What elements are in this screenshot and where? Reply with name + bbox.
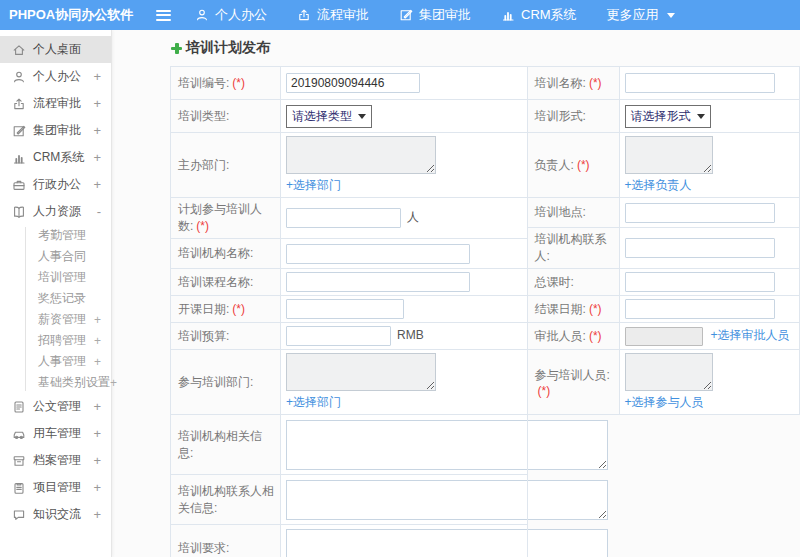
sidebar-item-human-resources[interactable]: 人力资源- bbox=[0, 198, 111, 225]
sidebar-item-vehicle-mgmt[interactable]: 用车管理+ bbox=[0, 420, 111, 447]
sidebar-item-salary-mgmt[interactable]: 薪资管理+ bbox=[0, 309, 111, 330]
sidebar-subitem-label: 考勤管理 bbox=[38, 227, 86, 244]
training-requirements-textarea[interactable] bbox=[286, 529, 608, 557]
field-label-text: 审批人员: bbox=[535, 329, 586, 343]
field-suffix: RMB bbox=[397, 328, 424, 342]
sidebar-item-recruit-mgmt[interactable]: 招聘管理+ bbox=[0, 330, 111, 351]
field-cell-training-form: 请选择形式 bbox=[619, 100, 799, 133]
org-info-textarea[interactable] bbox=[286, 420, 608, 470]
field-cell-org-contact-info bbox=[281, 475, 528, 525]
hamburger-menu-icon[interactable] bbox=[156, 7, 171, 23]
sidebar-item-personal-desktop[interactable]: 个人桌面 bbox=[0, 36, 111, 63]
field-label-training-number: 培训编号:(*) bbox=[171, 67, 281, 100]
nav-item-personal-office[interactable]: 个人办公 bbox=[195, 6, 267, 24]
chart-icon bbox=[501, 8, 515, 22]
end-date-input[interactable] bbox=[625, 299, 775, 319]
planned-participants-input[interactable] bbox=[286, 208, 401, 228]
form-row-org-name: 培训机构名称: bbox=[171, 239, 528, 269]
expand-icon[interactable]: + bbox=[93, 453, 101, 468]
field-cell-host-department: +选择部门 bbox=[281, 133, 528, 198]
org-name-input[interactable] bbox=[286, 244, 470, 264]
start-date-input[interactable] bbox=[286, 299, 404, 319]
nav-item-crm-system[interactable]: CRM系统 bbox=[501, 6, 577, 24]
org-contact-info-textarea[interactable] bbox=[286, 480, 608, 520]
sidebar-item-personnel-mgmt[interactable]: 人事管理+ bbox=[0, 351, 111, 372]
budget-input[interactable] bbox=[286, 326, 391, 346]
field-label-text: 总课时: bbox=[535, 275, 574, 289]
sidebar-item-group-approval[interactable]: 集团审批+ bbox=[0, 117, 111, 144]
form-row-training-number: 培训编号:(*) bbox=[171, 67, 528, 100]
expand-icon[interactable]: + bbox=[93, 507, 101, 522]
org-contact-input[interactable] bbox=[625, 238, 775, 258]
host-department-textarea[interactable] bbox=[286, 136, 436, 174]
field-cell-leader: +选择负责人 bbox=[619, 133, 799, 198]
field-label-total-hours: 总课时: bbox=[527, 269, 619, 296]
approvers-input[interactable] bbox=[625, 327, 703, 346]
sidebar-item-archive-mgmt[interactable]: 档案管理+ bbox=[0, 447, 111, 474]
field-label-text: 培训地点: bbox=[535, 205, 586, 219]
expand-icon[interactable]: + bbox=[94, 334, 101, 348]
location-input[interactable] bbox=[625, 203, 775, 223]
sidebar-item-label: 项目管理 bbox=[33, 479, 81, 496]
participating-departments-link[interactable]: +选择部门 bbox=[286, 394, 341, 411]
sidebar-item-document-mgmt[interactable]: 公文管理+ bbox=[0, 393, 111, 420]
training-form-select[interactable]: 请选择形式 bbox=[625, 105, 711, 128]
flow-icon bbox=[12, 97, 26, 111]
field-label-text: 培训要求: bbox=[178, 541, 229, 555]
form-row-participating-departments: 参与培训部门:+选择部门 bbox=[171, 350, 528, 415]
approvers-link[interactable]: +选择审批人员 bbox=[711, 328, 790, 342]
sidebar-item-admin-office[interactable]: 行政办公+ bbox=[0, 171, 111, 198]
training-type-select[interactable]: 请选择类型 bbox=[286, 105, 372, 128]
form-row-org-contact: 培训机构联系人: bbox=[527, 228, 799, 269]
sidebar-item-personal-office[interactable]: 个人办公+ bbox=[0, 63, 111, 90]
expand-icon[interactable]: + bbox=[93, 177, 101, 192]
field-cell-training-requirements bbox=[281, 525, 528, 557]
nav-item-more-apps[interactable]: 更多应用 bbox=[607, 6, 675, 24]
field-label-training-requirements: 培训要求: bbox=[171, 525, 281, 557]
training-number-input[interactable] bbox=[286, 73, 420, 93]
field-cell-training-name bbox=[619, 67, 799, 100]
sidebar-item-project-mgmt[interactable]: 项目管理+ bbox=[0, 474, 111, 501]
form-right-body: 培训名称:(*)培训形式:请选择形式负责人:(*)+选择负责人培训地点:培训机构… bbox=[527, 67, 799, 415]
expand-icon[interactable]: + bbox=[93, 69, 101, 84]
sidebar-item-training-mgmt[interactable]: 培训管理 bbox=[0, 267, 111, 288]
collapse-icon[interactable]: - bbox=[97, 204, 101, 219]
total-hours-input[interactable] bbox=[625, 272, 775, 292]
course-name-input[interactable] bbox=[286, 272, 470, 292]
expand-icon[interactable]: + bbox=[93, 399, 101, 414]
expand-icon[interactable]: + bbox=[93, 150, 101, 165]
field-label-participating-departments: 参与培训部门: bbox=[171, 350, 281, 415]
host-department-link[interactable]: +选择部门 bbox=[286, 177, 341, 194]
sidebar-item-label: 档案管理 bbox=[33, 452, 81, 469]
sidebar-item-base-category-settings[interactable]: 基础类别设置+ bbox=[0, 372, 111, 393]
expand-icon[interactable]: + bbox=[94, 313, 101, 327]
expand-icon[interactable]: + bbox=[93, 96, 101, 111]
sidebar-item-hr-contract[interactable]: 人事合同 bbox=[0, 246, 111, 267]
expand-icon[interactable]: + bbox=[93, 123, 101, 138]
leader-link[interactable]: +选择负责人 bbox=[625, 177, 692, 194]
required-mark: (*) bbox=[589, 302, 602, 316]
participating-departments-textarea[interactable] bbox=[286, 353, 436, 391]
sidebar-item-label: 用车管理 bbox=[33, 425, 81, 442]
expand-icon[interactable]: + bbox=[93, 480, 101, 495]
expand-icon[interactable]: + bbox=[93, 426, 101, 441]
participants-link[interactable]: +选择参与人员 bbox=[625, 394, 704, 411]
sidebar-item-workflow-approval[interactable]: 流程审批+ bbox=[0, 90, 111, 117]
form-row-org-contact-info: 培训机构联系人相关信息: bbox=[171, 475, 528, 525]
sidebar-item-attendance-mgmt[interactable]: 考勤管理 bbox=[0, 225, 111, 246]
caret-down-icon bbox=[697, 114, 705, 119]
sidebar-item-reward-punishment[interactable]: 奖惩记录 bbox=[0, 288, 111, 309]
field-label-text: 主办部门: bbox=[178, 158, 229, 172]
leader-textarea[interactable] bbox=[625, 136, 713, 174]
field-label-text: 负责人: bbox=[535, 158, 574, 172]
participants-textarea[interactable] bbox=[625, 353, 713, 391]
sidebar-item-knowledge-exchange[interactable]: 知识交流+ bbox=[0, 501, 111, 528]
nav-item-workflow-approval[interactable]: 流程审批 bbox=[297, 6, 369, 24]
form-row-host-department: 主办部门:+选择部门 bbox=[171, 133, 528, 198]
expand-icon[interactable]: + bbox=[110, 376, 117, 390]
training-name-input[interactable] bbox=[625, 73, 775, 93]
sidebar-subitem-label: 奖惩记录 bbox=[38, 290, 86, 307]
expand-icon[interactable]: + bbox=[94, 355, 101, 369]
sidebar-item-crm-system[interactable]: CRM系统+ bbox=[0, 144, 111, 171]
nav-item-group-approval[interactable]: 集团审批 bbox=[399, 6, 471, 24]
